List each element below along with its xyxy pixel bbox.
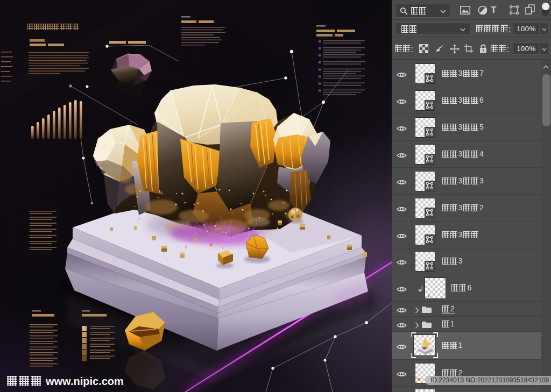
svg-text:www.nipic.com: www.nipic.com xyxy=(45,375,124,387)
